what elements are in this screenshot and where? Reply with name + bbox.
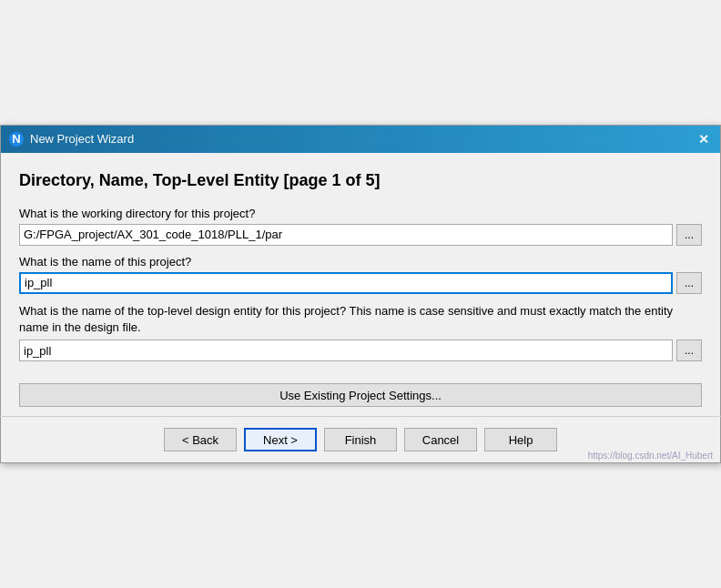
project-name-browse-button[interactable]: ... xyxy=(676,272,702,294)
footer: < Back Next > Finish Cancel Help https:/… xyxy=(1,417,720,462)
top-entity-input[interactable] xyxy=(19,340,673,361)
top-entity-label: What is the name of the top-level design… xyxy=(19,303,702,336)
working-dir-row: ... xyxy=(19,224,702,246)
working-dir-label: What is the working directory for this p… xyxy=(19,207,702,220)
app-icon: N xyxy=(8,131,25,147)
help-button[interactable]: Help xyxy=(484,428,557,451)
finish-button[interactable]: Finish xyxy=(324,428,397,451)
top-entity-row: ... xyxy=(19,340,702,361)
top-entity-section: What is the name of the top-level design… xyxy=(19,303,702,361)
wizard-window: N New Project Wizard ✕ Directory, Name, … xyxy=(0,125,721,463)
close-button[interactable]: ✕ xyxy=(695,130,713,148)
project-name-input[interactable] xyxy=(19,272,673,294)
page-title: Directory, Name, Top-Level Entity [page … xyxy=(19,171,702,190)
watermark: https://blog.csdn.net/AI_Hubert xyxy=(588,451,713,461)
next-button[interactable]: Next > xyxy=(244,428,317,451)
working-dir-input[interactable] xyxy=(19,224,673,246)
svg-text:N: N xyxy=(12,132,20,146)
project-name-label: What is the name of this project? xyxy=(19,255,702,269)
cancel-button[interactable]: Cancel xyxy=(404,428,477,451)
title-bar: N New Project Wizard ✕ xyxy=(1,126,720,153)
top-entity-browse-button[interactable]: ... xyxy=(676,340,702,361)
working-dir-section: What is the working directory for this p… xyxy=(19,207,702,246)
window-title: New Project Wizard xyxy=(30,132,695,146)
main-content: Directory, Name, Top-Level Entity [page … xyxy=(1,153,720,416)
project-name-row: ... xyxy=(19,272,702,294)
back-button[interactable]: < Back xyxy=(164,428,237,451)
project-name-section: What is the name of this project? ... xyxy=(19,255,702,294)
use-existing-button[interactable]: Use Existing Project Settings... xyxy=(19,383,702,407)
working-dir-browse-button[interactable]: ... xyxy=(676,224,702,246)
